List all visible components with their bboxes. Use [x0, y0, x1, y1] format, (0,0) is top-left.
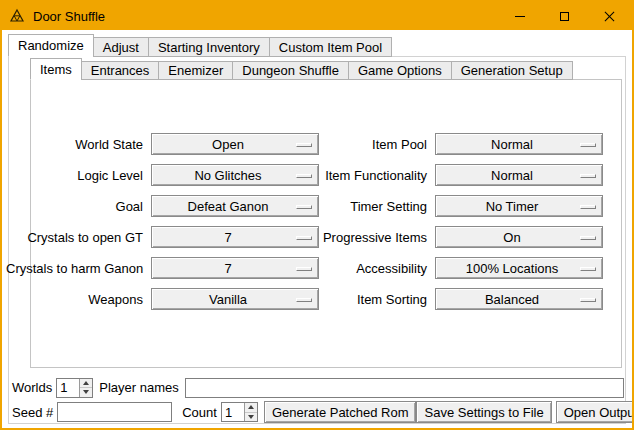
- close-icon: [604, 11, 615, 22]
- worlds-input[interactable]: [57, 379, 79, 397]
- item-sorting-label: Item Sorting: [319, 292, 435, 307]
- tab-game-options[interactable]: Game Options: [348, 61, 452, 80]
- worlds-row: Worlds Player names: [12, 377, 624, 398]
- save-settings-button[interactable]: Save Settings to File: [416, 401, 551, 423]
- tab-items[interactable]: Items: [30, 58, 82, 80]
- arrow-down-icon: [248, 415, 254, 419]
- player-names-label: Player names: [99, 380, 178, 395]
- goal-label: Goal: [6, 199, 151, 214]
- seed-label: Seed #: [12, 405, 53, 420]
- dropdown-indicator-icon: [296, 205, 312, 209]
- count-spinbox: [221, 402, 258, 422]
- world-state-dropdown[interactable]: Open: [151, 133, 319, 155]
- maximize-button[interactable]: [542, 2, 587, 30]
- count-input[interactable]: [222, 403, 244, 421]
- sub-tab-bar: Items Entrances Enemizer Dungeon Shuffle…: [30, 58, 572, 80]
- titlebar[interactable]: Door Shuffle: [2, 2, 632, 30]
- player-names-input[interactable]: [185, 378, 624, 398]
- option-row: World State Open Item Pool Normal: [6, 133, 603, 155]
- generate-patched-rom-button[interactable]: Generate Patched Rom: [264, 401, 417, 423]
- minimize-icon: [515, 16, 525, 17]
- open-output-directory-button[interactable]: Open Output Directory: [556, 401, 634, 423]
- option-row: Weapons Vanilla Item Sorting Balanced: [6, 288, 603, 310]
- options-grid: World State Open Item Pool Normal Logic …: [6, 133, 603, 319]
- dropdown-indicator-icon: [296, 174, 312, 178]
- item-pool-label: Item Pool: [319, 137, 435, 152]
- progressive-items-label: Progressive Items: [319, 230, 435, 245]
- dropdown-indicator-icon: [296, 143, 312, 147]
- window-body: Randomize Adjust Starting Inventory Cust…: [2, 30, 632, 428]
- tab-custom-item-pool[interactable]: Custom Item Pool: [269, 37, 392, 57]
- item-functionality-label: Item Functionality: [319, 168, 435, 183]
- option-row: Goal Defeat Ganon Timer Setting No Timer: [6, 195, 603, 217]
- crystals-open-gt-dropdown[interactable]: 7: [151, 226, 319, 248]
- item-sorting-dropdown[interactable]: Balanced: [435, 288, 603, 310]
- dropdown-indicator-icon: [296, 267, 312, 271]
- count-spin-down[interactable]: [245, 412, 257, 422]
- worlds-spin-up[interactable]: [80, 379, 92, 388]
- window-title: Door Shuffle: [33, 9, 105, 24]
- worlds-spin-down[interactable]: [80, 387, 92, 397]
- option-row: Logic Level No Glitches Item Functionali…: [6, 164, 603, 186]
- count-spin-arrows: [244, 403, 257, 421]
- item-functionality-dropdown[interactable]: Normal: [435, 164, 603, 186]
- logic-level-dropdown[interactable]: No Glitches: [151, 164, 319, 186]
- app-window: Door Shuffle Randomize Adjust Starting I…: [0, 0, 634, 430]
- minimize-button[interactable]: [497, 2, 542, 30]
- dropdown-indicator-icon: [296, 298, 312, 302]
- tab-generation-setup[interactable]: Generation Setup: [451, 61, 573, 80]
- accessibility-dropdown[interactable]: 100% Locations: [435, 257, 603, 279]
- logic-level-label: Logic Level: [6, 168, 151, 183]
- dropdown-indicator-icon: [580, 174, 596, 178]
- arrow-down-icon: [83, 390, 89, 394]
- crystals-harm-ganon-label: Crystals to harm Ganon: [6, 261, 151, 276]
- close-button[interactable]: [587, 2, 632, 30]
- item-pool-dropdown[interactable]: Normal: [435, 133, 603, 155]
- generate-row: Seed # Count Generate Patched Rom Save S…: [12, 401, 624, 423]
- tab-enemizer[interactable]: Enemizer: [158, 61, 233, 80]
- dropdown-indicator-icon: [296, 236, 312, 240]
- worlds-spin-arrows: [79, 379, 92, 397]
- count-label: Count: [182, 405, 217, 420]
- dropdown-indicator-icon: [580, 298, 596, 302]
- dropdown-indicator-icon: [580, 236, 596, 240]
- worlds-label: Worlds: [12, 380, 52, 395]
- count-spin-up[interactable]: [245, 403, 257, 412]
- accessibility-label: Accessibility: [319, 261, 435, 276]
- tab-adjust[interactable]: Adjust: [93, 37, 149, 57]
- arrow-up-icon: [248, 405, 254, 409]
- app-icon: [9, 8, 25, 24]
- option-row: Crystals to harm Ganon 7 Accessibility 1…: [6, 257, 603, 279]
- arrow-up-icon: [83, 381, 89, 385]
- world-state-label: World State: [6, 137, 151, 152]
- progressive-items-dropdown[interactable]: On: [435, 226, 603, 248]
- option-row: Crystals to open GT 7 Progressive Items …: [6, 226, 603, 248]
- crystals-harm-ganon-dropdown[interactable]: 7: [151, 257, 319, 279]
- timer-setting-label: Timer Setting: [319, 199, 435, 214]
- weapons-label: Weapons: [6, 292, 151, 307]
- weapons-dropdown[interactable]: Vanilla: [151, 288, 319, 310]
- tab-starting-inventory[interactable]: Starting Inventory: [148, 37, 270, 57]
- tab-entrances[interactable]: Entrances: [81, 61, 160, 80]
- seed-input[interactable]: [57, 402, 172, 422]
- dropdown-indicator-icon: [580, 143, 596, 147]
- worlds-spinbox: [56, 378, 93, 398]
- crystals-open-gt-label: Crystals to open GT: [6, 230, 151, 245]
- timer-setting-dropdown[interactable]: No Timer: [435, 195, 603, 217]
- goal-dropdown[interactable]: Defeat Ganon: [151, 195, 319, 217]
- tab-dungeon-shuffle[interactable]: Dungeon Shuffle: [232, 61, 349, 80]
- dropdown-indicator-icon: [580, 267, 596, 271]
- dropdown-indicator-icon: [580, 205, 596, 209]
- window-controls: [497, 2, 632, 30]
- maximize-icon: [560, 12, 569, 21]
- tab-randomize[interactable]: Randomize: [8, 34, 94, 57]
- main-tab-bar: Randomize Adjust Starting Inventory Cust…: [8, 34, 391, 57]
